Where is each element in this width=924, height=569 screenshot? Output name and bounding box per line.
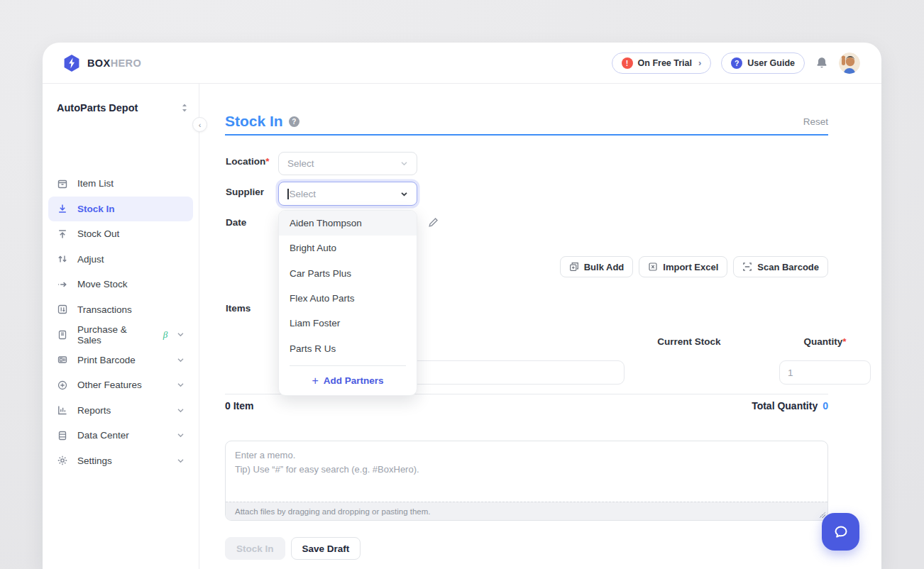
sidebar-item-adjust[interactable]: Adjust <box>48 247 193 272</box>
scan-frame-icon <box>742 262 752 272</box>
move-arrow-icon <box>57 279 68 290</box>
chat-bubble-icon <box>832 524 849 541</box>
total-quantity: Total Quantity0 <box>752 400 828 411</box>
adjust-arrows-icon <box>57 253 68 265</box>
main-content: Stock In ? Reset Location* Select Suppli… <box>199 84 881 569</box>
sidebar-item-settings[interactable]: Settings <box>48 448 193 474</box>
supplier-option[interactable]: Car Parts Plus <box>279 261 417 286</box>
sidebar-item-other-features[interactable]: Other Features <box>48 372 193 398</box>
bulk-add-icon <box>569 262 579 272</box>
chevron-down-icon <box>177 381 185 389</box>
boxhero-hexagon-icon <box>62 54 81 72</box>
item-count: 0 Item <box>225 400 253 411</box>
edit-pencil-icon[interactable] <box>428 217 439 228</box>
reset-button[interactable]: Reset <box>803 116 828 127</box>
question-badge-icon: ? <box>731 57 742 69</box>
location-label: Location* <box>226 156 270 167</box>
supplier-select[interactable]: Select <box>278 182 417 206</box>
import-excel-button[interactable]: Import Excel <box>639 256 727 277</box>
supplier-option[interactable]: Flex Auto Parts <box>279 286 417 311</box>
chevron-down-icon <box>177 356 185 364</box>
notifications-bell-icon[interactable] <box>815 56 829 70</box>
top-bar: BOXHERO ! On Free Trial › ? User Guide <box>43 43 881 84</box>
memo-placeholder: Enter a memo. Tip) Use “#” for easy sear… <box>226 441 827 484</box>
required-asterisk: * <box>265 156 269 167</box>
save-draft-button[interactable]: Save Draft <box>291 537 361 560</box>
sidebar-item-data-center[interactable]: Data Center <box>48 423 193 448</box>
stock-out-arrow-icon <box>57 228 68 240</box>
dropdown-divider <box>290 365 406 366</box>
database-icon <box>57 430 68 441</box>
sidebar: AutoParts Depot Item List Stock In Stock… <box>43 84 199 569</box>
chevron-down-icon <box>177 431 185 439</box>
sidebar-collapse-button[interactable]: ‹ <box>192 117 207 132</box>
location-select[interactable]: Select <box>278 152 417 175</box>
chevron-down-icon <box>177 331 185 338</box>
bar-chart-icon <box>57 404 68 416</box>
plus-circle-icon <box>57 380 68 391</box>
items-section-label: Items <box>226 303 251 314</box>
quantity-input[interactable] <box>779 360 871 385</box>
sidebar-item-reports[interactable]: Reports <box>48 398 193 424</box>
supplier-dropdown: Aiden Thompson Bright Auto Car Parts Plu… <box>278 210 417 396</box>
page-title: Stock In <box>225 113 283 130</box>
sidebar-item-stock-out[interactable]: Stock Out <box>48 221 193 247</box>
barcode-label-icon <box>57 354 68 365</box>
package-icon <box>57 178 68 189</box>
chevron-down-icon <box>177 457 185 465</box>
workspace-name: AutoParts Depot <box>57 102 138 114</box>
workspace-switcher[interactable]: AutoParts Depot <box>43 84 199 114</box>
sidebar-item-print-barcode[interactable]: Print Barcode <box>48 348 193 373</box>
title-underline <box>225 134 828 136</box>
column-quantity: Quantity* <box>779 336 871 347</box>
plus-icon: + <box>312 375 318 387</box>
text-cursor <box>287 189 289 199</box>
supplier-label: Supplier <box>226 187 264 197</box>
brand-name: BOXHERO <box>87 57 141 69</box>
supplier-option[interactable]: Aiden Thompson <box>279 211 417 236</box>
alert-badge-icon: ! <box>622 57 633 69</box>
supplier-option[interactable]: Liam Foster <box>279 311 417 336</box>
chat-support-button[interactable] <box>822 513 859 551</box>
chevron-down-icon <box>400 190 408 198</box>
transactions-icon <box>57 304 68 315</box>
required-asterisk: * <box>842 336 846 347</box>
chevron-right-icon: › <box>698 58 701 67</box>
memo-textarea[interactable]: Enter a memo. Tip) Use “#” for easy sear… <box>225 441 828 521</box>
boxhero-logo[interactable]: BOXHERO <box>62 54 141 72</box>
sidebar-item-purchase-sales[interactable]: Purchase & Sales β <box>48 322 193 348</box>
trial-label: On Free Trial <box>638 58 692 68</box>
beta-badge: β <box>163 329 167 341</box>
add-partners-button[interactable]: + Add Partners <box>279 370 417 392</box>
attach-files-hint: Attach files by dragging and dropping or… <box>226 502 827 520</box>
gear-icon <box>57 455 68 466</box>
help-icon[interactable]: ? <box>289 116 299 127</box>
excel-file-icon <box>648 262 658 272</box>
sidebar-item-stock-in[interactable]: Stock In <box>48 197 193 222</box>
total-quantity-value: 0 <box>823 400 828 411</box>
chevron-down-icon <box>400 160 408 167</box>
chevron-down-icon <box>177 407 185 414</box>
supplier-option[interactable]: Parts R Us <box>279 336 417 360</box>
sidebar-menu: Item List Stock In Stock Out Adjust Move… <box>48 171 193 473</box>
supplier-option[interactable]: Bright Auto <box>279 236 417 260</box>
user-avatar[interactable] <box>839 53 860 74</box>
user-guide-button[interactable]: ? User Guide <box>721 53 805 74</box>
column-current-stock: Current Stock <box>647 336 732 347</box>
app-window: BOXHERO ! On Free Trial › ? User Guide <box>43 43 881 569</box>
bulk-add-button[interactable]: Bulk Add <box>560 256 634 277</box>
document-icon <box>57 329 68 341</box>
on-free-trial-button[interactable]: ! On Free Trial › <box>612 53 712 74</box>
stock-in-arrow-icon <box>57 203 68 214</box>
date-label: Date <box>226 217 246 228</box>
stock-in-submit-button[interactable]: Stock In <box>225 537 285 560</box>
workspace-sort-icon <box>180 103 189 113</box>
sidebar-item-move-stock[interactable]: Move Stock <box>48 272 193 297</box>
sidebar-item-item-list[interactable]: Item List <box>48 171 193 197</box>
guide-label: User Guide <box>747 58 795 68</box>
sidebar-item-transactions[interactable]: Transactions <box>48 297 193 323</box>
scan-barcode-button[interactable]: Scan Barcode <box>733 256 828 277</box>
